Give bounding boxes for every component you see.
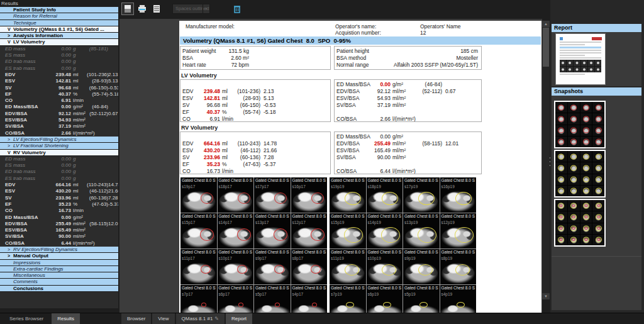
sidebar-item-lv-ejection-filling-dynamics[interactable]: >LV Ejection/Filling Dynamics: [0, 137, 118, 143]
tab-results[interactable]: Results: [52, 313, 80, 324]
metric-z: [108, 130, 118, 137]
metric-unit: l/(min*m²): [391, 116, 413, 122]
snapshot-mini-image: [592, 102, 604, 113]
metric-zscore: 7.28: [260, 154, 328, 161]
print-icon[interactable]: [136, 3, 148, 15]
snapshot-mini-image: [580, 113, 592, 124]
sidebar-item-lv-volumetry[interactable]: VLV Volumetry: [0, 39, 118, 45]
metric-value: 96.68: [200, 102, 220, 109]
mini-rv-contour: [596, 177, 602, 182]
cardiac-mr-image: s18p19: [367, 184, 403, 213]
metric-unit: l/min: [71, 208, 87, 214]
metric-range: (110-243): [235, 140, 260, 147]
metric-value: 142.81: [200, 95, 220, 102]
collapse-icon[interactable]: V: [8, 26, 13, 33]
slice-phase-label: s10p19: [368, 256, 381, 260]
delete-icon[interactable]: [231, 3, 243, 15]
scroll-up-icon[interactable]: ▲: [542, 21, 550, 27]
sidebar-item-miscellaneous[interactable]: Miscellaneous: [0, 272, 118, 279]
tab-series-browser[interactable]: Series Browser: [4, 313, 49, 324]
metric-zscore: [442, 95, 479, 102]
page-preview-icon[interactable]: [121, 3, 134, 15]
info-value: 131.5 kg: [223, 48, 249, 55]
report-image-cell: Gated Chest 8.0 Ss19p19: [330, 177, 366, 213]
expand-icon[interactable]: >: [8, 137, 13, 143]
expand-icon[interactable]: >: [8, 247, 13, 253]
metric-label: ESV: [182, 147, 200, 154]
expand-icon[interactable]: >: [8, 143, 13, 149]
snapshot-mini-image: [580, 102, 592, 113]
snapshot-mini-image: [555, 223, 567, 234]
cardiac-mr-image: s15p17: [180, 220, 217, 249]
rv-contour: [345, 192, 361, 205]
metric-unit: ml: [71, 195, 87, 201]
snapshot-thumbnail-1[interactable]: [554, 101, 606, 148]
metric-label: ESV: [5, 78, 43, 84]
sidebar-item-impressions[interactable]: Impressions: [0, 260, 118, 266]
metric-unit: g: [71, 46, 87, 52]
sidebar-item-extra-cardiac-findings[interactable]: Extra-cardiac Findings: [0, 266, 118, 272]
collapse-icon[interactable]: V: [8, 39, 13, 45]
scroll-down-icon[interactable]: ▼: [542, 293, 550, 299]
metric-unit: ml: [71, 188, 87, 194]
metric-label: ED trab mass: [5, 59, 43, 65]
sidebar-item-comments[interactable]: Comments: [0, 279, 118, 285]
patient-info-row: BSA methodMosteller: [335, 55, 481, 62]
sidebar-item-technique[interactable]: Technique: [0, 20, 118, 26]
delete-icon: [233, 4, 242, 13]
image-series-label: Gated Chest 8.0 S: [180, 285, 217, 291]
expand-icon[interactable]: >: [8, 253, 13, 259]
tab-qmass-8-1-1[interactable]: QMass 8.1 #1✎: [176, 313, 225, 324]
spacer-row: [180, 81, 330, 88]
rv-contour: [382, 264, 396, 276]
snapshot-thumbnail-2[interactable]: [554, 150, 606, 198]
sidebar-metric-ed-mass: ED mass0.00g(85-181): [0, 46, 118, 52]
collapse-icon[interactable]: V: [8, 150, 13, 156]
sidebar-metric-esv-bsa: ESV/BSA54.93ml/m²: [0, 117, 118, 123]
tab-browser[interactable]: Browser: [121, 313, 151, 324]
cardiac-mr-image: s7p19: [330, 291, 366, 313]
sidebar-item-analysis-information[interactable]: >Analysis Information: [0, 33, 118, 39]
sidebar-item-volumetry-qmass-8-1-1-s6-gated[interactable]: VVolumetry (QMass 8.1 #1, S6) Gated ...: [0, 26, 118, 33]
metric-unit: ml: [71, 78, 87, 84]
medis-logo: [592, 37, 602, 40]
report-thumbnail[interactable]: [556, 34, 605, 84]
report-scrollbar[interactable]: ▲ ▼: [542, 21, 550, 299]
report-list-icon[interactable]: [150, 3, 163, 15]
metric-value: 0.00: [43, 46, 71, 52]
sidebar-item-patient-study-info[interactable]: Patient Study Info: [0, 7, 118, 13]
mini-rv-contour: [570, 177, 577, 182]
tab-view[interactable]: View: [152, 313, 174, 324]
lv-contour: [312, 303, 317, 307]
snapshot-mini-image: [580, 200, 592, 211]
snapshot-grid: [555, 151, 604, 196]
metric-label: EDV/BSA: [336, 88, 370, 95]
tab-report[interactable]: Report: [226, 313, 252, 324]
metric-z: [108, 117, 118, 123]
report-list-icon: [152, 4, 161, 13]
spaces-outlined-dropdown[interactable]: Spaces outlined ▼: [172, 4, 210, 14]
metric-row-edv-bsa: EDV/BSA255.49ml/m²(58-115)12.01: [335, 140, 481, 147]
sidebar-item-conclusions[interactable]: Conclusions: [0, 286, 118, 292]
sidebar-item-manual-output[interactable]: >Manual Output: [0, 253, 118, 259]
info-label: BSA: [182, 55, 223, 62]
metric-label: ESV/BSA: [336, 95, 370, 102]
metric-value: 0.00: [43, 215, 71, 221]
sidebar-item-reason-for-referral[interactable]: Reason for Referral: [0, 13, 118, 20]
metric-row-edv-bsa: EDV/BSA92.12ml/m²(52-112)0.67: [335, 88, 481, 95]
expand-icon[interactable]: >: [8, 33, 13, 39]
sidebar-metric-ed-mass-bsa: ED Mass/BSA0.00g/m²: [0, 215, 118, 221]
metric-unit: l/(min*m²): [71, 240, 87, 247]
metric-z: [108, 123, 118, 130]
rv-contour: [455, 227, 474, 243]
metric-label: EDV/BSA: [5, 111, 43, 117]
snapshot-thumbnail-3[interactable]: [554, 199, 606, 247]
metric-value: 6.91: [43, 98, 71, 104]
rv-contour: [455, 192, 472, 205]
snapshot-mini-image: [568, 235, 580, 245]
sidebar-item-lv-fractional-shortening[interactable]: >LV Fractional Shortening: [0, 143, 118, 149]
slice-phase-label: s19p17: [182, 184, 195, 189]
sidebar-item-rv-ejection-filling-dynamics[interactable]: >RV Ejection/Filling Dynamics: [0, 247, 118, 253]
sidebar-item-rv-volumetry[interactable]: VRV Volumetry: [0, 150, 118, 156]
scrollbar-thumb[interactable]: [543, 28, 549, 67]
